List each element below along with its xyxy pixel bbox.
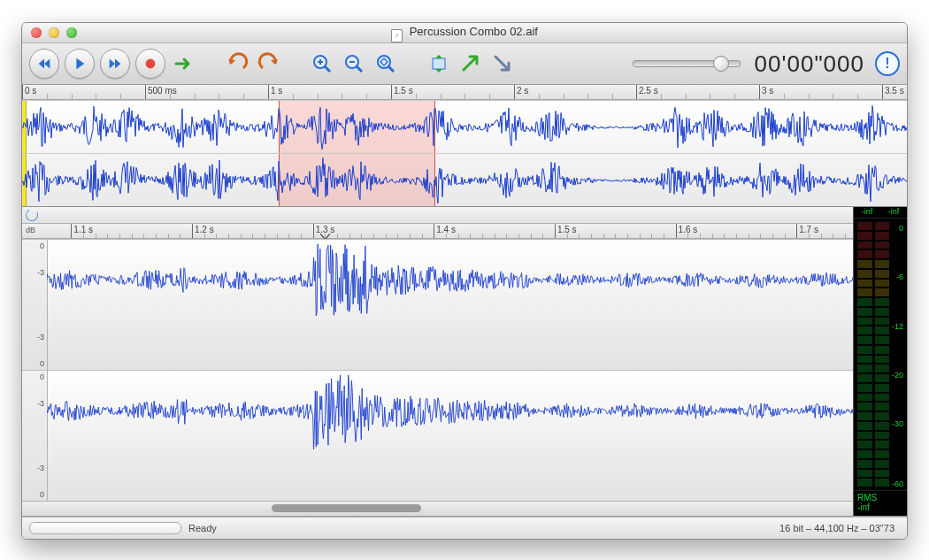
play-button[interactable]	[65, 49, 95, 79]
detail-main: dB 1.1 s1.2 s1.3 s1.4 s1.5 s1.6 s1.7 s 0…	[22, 207, 853, 516]
vertical-zoom-button[interactable]	[426, 50, 452, 77]
zoom-out-button[interactable]	[341, 50, 367, 77]
meter-peak-readout: -inf -inf	[854, 207, 907, 219]
svg-line-2	[325, 66, 330, 72]
record-button[interactable]	[135, 49, 165, 79]
db-tick: -3	[37, 464, 44, 472]
meter-scale-label: -30	[892, 419, 903, 428]
db-tick: 0	[40, 372, 44, 381]
db-scale-left: 0 -3 -3 0	[22, 240, 48, 370]
db-tick: -3	[37, 399, 44, 408]
close-window-button[interactable]	[31, 27, 42, 38]
overview-time-ruler[interactable]: 0 s500 ms1 s1.5 s2 s2.5 s3 s3.5 s	[22, 85, 907, 100]
zoom-down-button[interactable]	[489, 50, 516, 77]
meter-peak-right: -inf	[888, 207, 900, 218]
overview-wave-left	[22, 101, 907, 154]
meter-rms-value: -inf	[857, 502, 903, 512]
db-tick: -3	[37, 333, 44, 341]
db-scale-right: 0 -3 -3 0	[22, 371, 48, 501]
detail-channel-right[interactable]: 0 -3 -3 0	[22, 370, 853, 501]
detail-mini-toolbar	[22, 207, 853, 224]
svg-line-6	[357, 66, 362, 72]
detail-tracks[interactable]: 0 -3 -3 0 0 -3 -3 0	[22, 239, 853, 501]
info-button[interactable]: !	[875, 51, 900, 76]
db-tick: 0	[40, 490, 44, 499]
undo-button[interactable]	[224, 50, 250, 77]
volume-slider[interactable]	[633, 60, 741, 67]
status-progress	[29, 522, 181, 534]
redo-button[interactable]	[256, 50, 282, 77]
meter-rms-label: RMS	[857, 493, 903, 502]
volume-slider-knob[interactable]	[713, 56, 729, 72]
meter-scale-label: -60	[892, 479, 903, 488]
db-tick: 0	[40, 359, 44, 368]
window-title: ♪ Percussion Combo 02.aif	[22, 25, 907, 41]
meter-scale-label: -12	[892, 322, 903, 331]
ruler-label: 3 s	[762, 86, 773, 96]
meter-peak-left: -inf	[862, 207, 873, 218]
status-audio-info: 16 bit – 44,100 Hz – 03"73	[779, 523, 907, 533]
zoom-fit-button[interactable]	[372, 50, 399, 77]
zoom-window-button[interactable]	[66, 27, 77, 38]
detail-area: dB 1.1 s1.2 s1.3 s1.4 s1.5 s1.6 s1.7 s 0…	[22, 207, 907, 517]
meter-scale-label: -6	[896, 272, 903, 281]
minimize-window-button[interactable]	[49, 27, 59, 38]
play-forward-icon[interactable]	[171, 50, 197, 77]
db-tick: 0	[40, 242, 44, 250]
svg-line-9	[388, 66, 394, 72]
zoom-in-button[interactable]	[309, 50, 335, 77]
level-meter: -inf -inf 0-6-12-20-30-60 RMS -inf	[853, 207, 907, 516]
loop-icon[interactable]	[24, 207, 40, 223]
status-state-text: Ready	[188, 523, 217, 533]
app-window: ♪ Percussion Combo 02.aif	[21, 22, 908, 540]
ruler-label: 1.5 s	[394, 86, 413, 96]
detail-channel-left[interactable]: 0 -3 -3 0	[22, 239, 853, 370]
meter-scale-label: 0	[899, 224, 903, 233]
fast-forward-button[interactable]	[100, 49, 130, 79]
window-title-text: Percussion Combo 02.aif	[410, 25, 538, 38]
ruler-label: 3.5 s	[885, 86, 904, 96]
svg-rect-10	[433, 58, 445, 69]
db-header: dB	[26, 226, 35, 234]
detail-wave-left	[47, 240, 853, 320]
toolbar: 00'00"000 !	[22, 43, 907, 85]
ruler-label: 2 s	[517, 86, 528, 96]
traffic-lights	[22, 27, 77, 38]
meter-scale-label: -20	[892, 371, 903, 380]
timecode-display: 00'00"000	[755, 50, 870, 78]
status-bar: Ready 16 bit – 44,100 Hz – 03"73	[22, 517, 907, 539]
overview-channel-left[interactable]	[22, 100, 907, 153]
ruler-label: 0 s	[25, 86, 36, 96]
db-tick: -3	[37, 268, 44, 277]
detail-scrollbar[interactable]	[22, 501, 853, 516]
rewind-button[interactable]	[29, 49, 59, 79]
zoom-up-button[interactable]	[457, 50, 484, 77]
overview-channel-right[interactable]	[22, 153, 907, 206]
ruler-label: 2.5 s	[639, 86, 658, 96]
meter-rms-readout: RMS -inf	[854, 490, 907, 516]
detail-scrollbar-thumb[interactable]	[272, 504, 421, 512]
document-icon: ♪	[391, 29, 403, 42]
overview-panel[interactable]	[22, 100, 907, 207]
ruler-label: 1 s	[271, 86, 282, 96]
detail-time-ruler[interactable]: dB 1.1 s1.2 s1.3 s1.4 s1.5 s1.6 s1.7 s	[22, 224, 853, 239]
meter-body: 0-6-12-20-30-60	[854, 219, 907, 490]
svg-point-0	[146, 59, 156, 69]
titlebar: ♪ Percussion Combo 02.aif	[22, 23, 907, 43]
overview-wave-right	[22, 154, 907, 207]
ruler-label: 500 ms	[148, 86, 177, 96]
detail-wave-right	[47, 371, 853, 451]
